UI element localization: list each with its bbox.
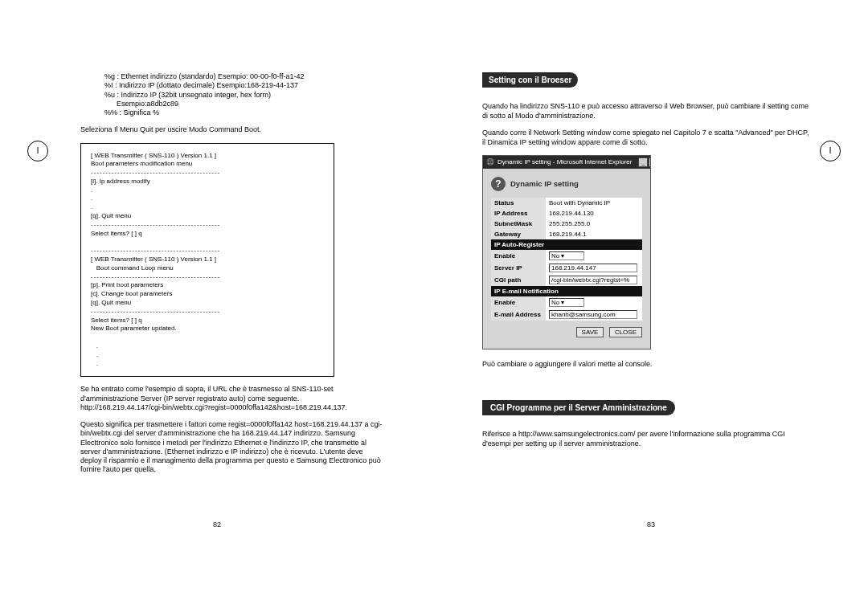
term-line: . [91,360,324,369]
side-badge-right: I [820,141,841,161]
row-ip: IP Address 168.219.44.130 [491,208,642,219]
mask-label: SubnetMask [491,219,546,229]
section-heading-setting: Setting con il Broeser [482,72,578,88]
enable2-select[interactable]: No ▾ [549,298,584,307]
term-line: [q]. Quit menu [91,212,324,221]
dynamic-ip-window: 🌐 Dynamic IP setting - Microsoft Interne… [482,155,651,349]
sep-auto-register: IP Auto-Register [491,239,642,250]
cgi-label: CGI path [491,274,546,286]
page-left: I %g : Ethernet indirizzo (standardo) Es… [0,0,434,613]
page-right: I Setting con il Broeser Quando ha lindi… [434,0,868,613]
caption-text: Può cambiare o aggiungere il valori mett… [482,359,812,369]
sep-auto-register-label: IP Auto-Register [491,239,642,250]
save-button[interactable]: SAVE [576,327,604,337]
row-gateway: Gateway 168.219.44.1 [491,229,642,239]
r-para-2: Quando corre il Network Setting window c… [482,128,812,147]
row-cgi-path: CGI path /cgi-bin/webtx.cgi?regist=% [491,274,642,286]
row-status: Status Boot with Dynamic IP [491,198,642,208]
ip-label: IP Address [491,208,546,219]
enable1-select[interactable]: No ▾ [549,251,584,260]
dynamic-ip-title: Dynamic IP setting [510,179,579,188]
p1b-text: http://168.219.44.147/cgi-bin/webtx.cgi?… [80,403,347,411]
p2: Questo significa per trasmettere i fatto… [80,420,386,475]
pct-line: %g : Ethernet indirizzo (standardo) Esem… [104,72,386,81]
r-para-1: Quando ha lindirizzo SNS-110 e può acces… [482,101,812,121]
percent-notes: %g : Ethernet indirizzo (standardo) Esem… [104,72,386,117]
term-line: [i]. Ip address modify [91,178,324,186]
term-line: Select items? [ ] q [91,317,324,325]
pct-line: %% : Significa % [104,108,386,117]
side-badge-left: I [27,141,48,161]
term-line: Boot parameters modification menu [91,160,324,169]
row-enable-1: Enable No ▾ [491,250,642,262]
cgi-input[interactable]: /cgi-bin/webtx.cgi?regist=% [549,276,637,284]
term-line [91,333,324,342]
r-para-3: Riferisce a http://www.samsungelectronic… [482,429,812,448]
status-value: Boot with Dynamic IP [546,198,642,208]
term-line: New Boot parameter updated. [91,325,324,333]
term-line: ----------------------------------------… [91,221,324,230]
row-enable-2: Enable No ▾ [491,296,642,309]
term-line: . [91,342,324,351]
term-line: [p]. Print boot parameters [91,281,324,290]
server-ip-input[interactable]: 168.219.44.147 [549,264,637,272]
term-line: ----------------------------------------… [91,308,324,317]
window-controls: _ □ × [638,157,650,167]
sep-email-label: IP E-mail Notification [491,286,642,296]
status-label: Status [491,198,546,208]
page-number-left: 82 [0,521,434,529]
close-button[interactable]: CLOSE [609,327,642,337]
term-line: ----------------------------------------… [91,273,324,282]
term-line: ----------------------------------------… [91,247,324,255]
term-line: Boot command Loop menu [91,264,324,273]
gateway-label: Gateway [491,229,546,239]
button-row: SAVE CLOSE [491,327,642,337]
term-line: ----------------------------------------… [91,169,324,178]
row-mask: SubnetMask 255.255.255.0 [491,219,642,229]
term-line: . [91,186,324,195]
pct-line: %u : Indirizzo IP (32bit unsegnato integ… [104,91,386,100]
page-number-right: 83 [434,521,868,529]
minimize-icon[interactable]: _ [638,157,648,167]
email-input[interactable]: khanh@samsung.com [549,310,637,319]
pct-line: %I : Indirizzo IP (dottato decimale) Ese… [104,81,386,90]
window-body: ? Dynamic IP setting Status Boot with Dy… [483,169,650,349]
p1: Se ha entrato come l'esempio di sopra, i… [80,385,386,412]
terminal-box: [ WEB Transmitter ( SNS-110 ) Version 1.… [80,143,334,378]
term-line: [ WEB Transmitter ( SNS-110 ) Version 1.… [91,255,324,264]
row-email: E-mail Address khanh@samsung.com [491,309,642,321]
term-line [91,238,324,247]
maximize-icon[interactable]: □ [649,157,650,167]
sep-email: IP E-mail Notification [491,286,642,296]
server-ip-label: Server IP [491,262,546,274]
section-heading-cgi: CGI Programma per il Server Amministrazi… [482,400,675,415]
enable2-label: Enable [491,296,546,309]
quit-instruction: Seleziona Il Menu Quit per uscire Modo C… [80,125,386,134]
ip-value: 168.219.44.130 [546,208,642,219]
enable1-label: Enable [491,250,546,262]
ie-icon: 🌐 [486,158,494,166]
term-line: [c]. Change boot parameters [91,290,324,299]
window-title: Dynamic IP setting - Microsoft Internet … [497,158,632,166]
term-line: . [91,194,324,203]
p1-text: Se ha entrato come l'esempio di sopra, i… [80,385,334,402]
term-line: Select items? [ ] q [91,230,324,239]
term-line: . [91,203,324,212]
gateway-value: 168.219.44.1 [546,229,642,239]
pct-line: Esempio:a8db2c89 [104,100,386,108]
email-label: E-mail Address [491,309,546,321]
term-line: [q]. Quit menu [91,299,324,308]
row-server-ip: Server IP 168.219.44.147 [491,262,642,274]
window-titlebar: 🌐 Dynamic IP setting - Microsoft Interne… [483,156,650,169]
mask-value: 255.255.255.0 [546,219,642,229]
term-line: . [91,351,324,360]
question-icon: ? [491,177,506,191]
term-line: [ WEB Transmitter ( SNS-110 ) Version 1.… [91,152,324,161]
settings-table: Status Boot with Dynamic IP IP Address 1… [491,198,642,321]
